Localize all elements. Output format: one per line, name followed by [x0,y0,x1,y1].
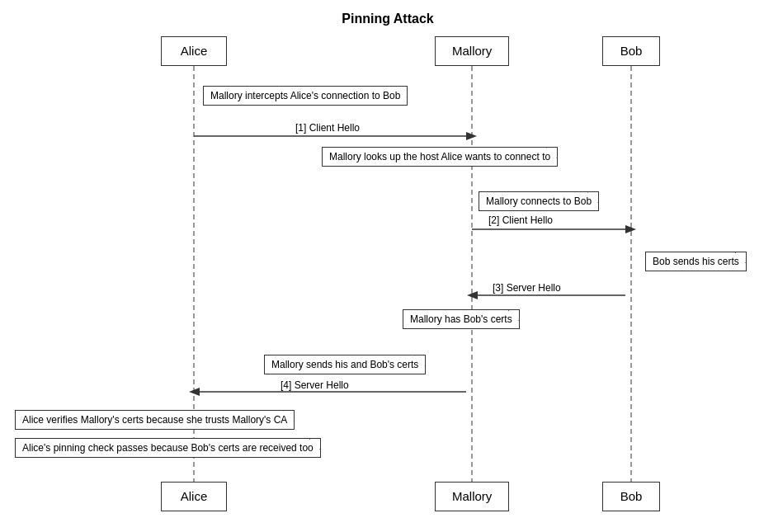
actor-mallory-bottom: Mallory [435,482,509,511]
actor-bob-bottom: Bob [602,482,660,511]
label-client-hello-1: [1] Client Hello [295,122,360,134]
note-mallory-bobs-certs: Mallory has Bob's certs [403,309,520,329]
actor-alice-bottom: Alice [161,482,227,511]
note-mallory-intercepts: Mallory intercepts Alice's connection to… [203,86,408,106]
page-title: Pinning Attack [289,12,487,26]
actor-alice: Alice [161,36,227,66]
note-mallory-connects: Mallory connects to Bob [479,191,599,211]
label-server-hello-3: [3] Server Hello [493,282,561,294]
note-alice-verifies: Alice verifies Mallory's certs because s… [15,410,295,430]
diagram: Pinning Attack Alice Mallory Bob Alice M… [0,0,778,532]
actor-bob: Bob [602,36,660,66]
note-alice-pinning: Alice's pinning check passes because Bob… [15,438,321,458]
label-client-hello-2: [2] Client Hello [488,214,553,226]
actor-mallory: Mallory [435,36,509,66]
note-mallory-lookup: Mallory looks up the host Alice wants to… [322,147,558,167]
note-mallory-sends-certs: Mallory sends his and Bob's certs [264,355,426,374]
label-server-hello-4: [4] Server Hello [281,379,349,391]
note-bob-certs: Bob sends his certs [645,252,747,271]
